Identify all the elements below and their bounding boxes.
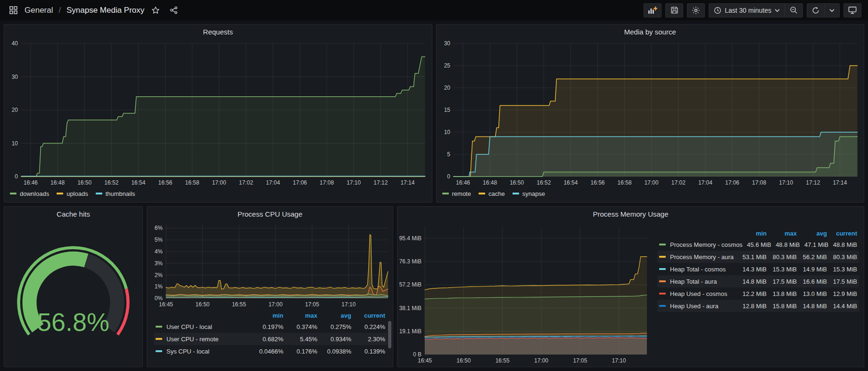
- series-color-swatch: [659, 280, 666, 282]
- legend-item-cache[interactable]: cache: [479, 190, 505, 197]
- legend-column-min[interactable]: min: [736, 230, 767, 237]
- legend-series-Process Memory - cosmos[interactable]: Process Memory - cosmos: [659, 241, 743, 248]
- x-tick-label: 17:12: [373, 179, 388, 186]
- time-picker-group: Last 30 minutes: [709, 3, 803, 17]
- legend-column-max[interactable]: max: [767, 230, 797, 237]
- refresh-button[interactable]: [807, 4, 824, 17]
- x-tick-label: 16:55: [232, 301, 246, 308]
- legend-value: 2.30%: [351, 336, 385, 343]
- legend-value: 13.0 MiB: [797, 290, 827, 297]
- legend-column-avg[interactable]: avg: [797, 230, 827, 237]
- legend-column-current[interactable]: current: [827, 230, 857, 237]
- legend-row: Heap Total - aura14.8 MiB17.5 MiB16.6 Mi…: [657, 275, 859, 287]
- requests-chart[interactable]: 16:4616:4816:5016:5216:5416:5616:5817:00…: [4, 39, 432, 189]
- series-fill: [454, 132, 858, 177]
- zoom-out-button[interactable]: [785, 4, 802, 17]
- panel-title[interactable]: Media by source: [437, 25, 864, 39]
- dashboard-title: Synapse Media Proxy: [66, 6, 144, 15]
- y-tick-label: 95.4 MiB: [399, 235, 422, 242]
- panel-title[interactable]: Cache hits: [4, 207, 142, 221]
- legend-column-max[interactable]: max: [283, 312, 317, 319]
- series-label: cache: [488, 190, 505, 197]
- panel-title[interactable]: Process CPU Usage: [147, 207, 393, 221]
- x-tick-label: 17:14: [400, 179, 414, 186]
- series-color-swatch: [156, 338, 162, 340]
- process-memory-chart[interactable]: 16:4516:5016:5517:0017:0517:100 B19.1 Mi…: [397, 221, 651, 367]
- legend-header-row: minmaxavgcurrent: [154, 311, 387, 320]
- x-tick-label: 17:10: [779, 179, 793, 186]
- time-picker-button[interactable]: Last 30 minutes: [709, 4, 785, 17]
- legend-column-min[interactable]: min: [249, 312, 283, 319]
- x-tick-label: 17:02: [239, 179, 253, 186]
- dashboards-grid-icon[interactable]: [7, 4, 20, 17]
- panel-title[interactable]: Requests: [4, 25, 432, 39]
- legend-value: 14.8 MiB: [736, 278, 767, 285]
- x-tick-label: 16:46: [455, 179, 470, 186]
- cache-hits-gauge: 56.8%: [4, 224, 142, 364]
- legend-value: 15.3 MiB: [767, 266, 797, 273]
- series-fill: [21, 57, 425, 177]
- legend-row: Heap Used - cosmos12.2 MiB13.8 MiB13.0 M…: [657, 287, 859, 300]
- series-fill: [166, 235, 388, 298]
- clock-icon: [714, 7, 721, 14]
- process-cpu-chart[interactable]: 16:4516:5016:5517:0017:0517:100%1%2%3%4%…: [147, 221, 393, 310]
- legend-value: 15.3 MiB: [827, 266, 857, 273]
- legend-series-Heap Used - cosmos[interactable]: Heap Used - cosmos: [659, 290, 736, 297]
- breadcrumb-folder[interactable]: General: [25, 6, 53, 15]
- legend-value: 0.682%: [249, 336, 283, 343]
- legend-item-remote[interactable]: remote: [442, 190, 471, 197]
- share-icon[interactable]: [167, 4, 180, 17]
- refresh-interval-dropdown[interactable]: [824, 4, 839, 17]
- legend-value: 14.8 MiB: [797, 303, 827, 310]
- legend-column-avg[interactable]: avg: [317, 312, 351, 319]
- legend-item-downloads[interactable]: downloads: [10, 190, 49, 197]
- y-tick-label: 40: [12, 40, 18, 47]
- y-tick-label: 30: [12, 74, 18, 80]
- legend-series-User CPU - remote[interactable]: User CPU - remote: [156, 336, 249, 343]
- series-color-swatch: [659, 305, 666, 307]
- x-tick-label: 16:50: [456, 357, 471, 364]
- series-color-swatch: [479, 193, 485, 194]
- series-fill: [425, 337, 647, 354]
- memory-legend-table: minmaxavgcurrentProcess Memory - cosmos4…: [651, 228, 864, 367]
- legend-value: 14.4 MiB: [827, 303, 857, 310]
- star-icon[interactable]: [149, 4, 162, 17]
- legend-series-Heap Total - aura[interactable]: Heap Total - aura: [659, 278, 736, 285]
- legend-series-Sys CPU - local[interactable]: Sys CPU - local: [156, 348, 249, 355]
- y-tick-label: 38.1 MiB: [399, 305, 422, 312]
- legend-value: 17.5 MiB: [827, 278, 857, 285]
- y-tick-label: 6%: [155, 225, 163, 231]
- cycle-view-mode-button[interactable]: [843, 3, 861, 17]
- y-tick-label: 15: [444, 107, 450, 113]
- top-navbar: General / Synapse Media Proxy: [0, 0, 868, 20]
- series-color-swatch: [96, 193, 102, 194]
- requests-legend: downloadsuploadsthumbnails: [4, 189, 432, 202]
- panel-title[interactable]: Process Memory Usage: [397, 207, 864, 221]
- legend-series-Heap Total - cosmos[interactable]: Heap Total - cosmos: [659, 266, 736, 273]
- x-tick-label: 16:52: [104, 179, 118, 186]
- media-by-source-chart[interactable]: 16:4616:4816:5016:5216:5416:5616:5817:00…: [437, 39, 864, 189]
- gauge-value-text: 56.8%: [37, 307, 109, 336]
- add-panel-button[interactable]: [644, 3, 661, 17]
- x-tick-label: 17:10: [347, 179, 361, 186]
- legend-value: 16.6 MiB: [797, 278, 827, 285]
- legend-series-User CPU - local[interactable]: User CPU - local: [156, 323, 249, 330]
- y-tick-label: 0: [447, 173, 450, 180]
- dashboard-grid: Requests 16:4616:4816:5016:5216:5416:561…: [0, 20, 868, 371]
- legend-item-thumbnails[interactable]: thumbnails: [96, 190, 135, 197]
- legend-item-uploads[interactable]: uploads: [57, 190, 88, 197]
- legend-series-Process Memory - aura[interactable]: Process Memory - aura: [659, 253, 736, 261]
- panel-cache-hits: Cache hits 56.8%: [4, 206, 143, 367]
- legend-scrollbar[interactable]: [388, 321, 391, 348]
- save-dashboard-button[interactable]: [665, 3, 683, 17]
- x-tick-label: 17:02: [671, 179, 685, 186]
- legend-series-Heap Used - aura[interactable]: Heap Used - aura: [659, 303, 736, 310]
- legend-row: User CPU - local0.197%0.374%0.275%0.224%: [154, 320, 387, 333]
- legend-item-synapse[interactable]: synapse: [513, 190, 545, 197]
- y-tick-label: 1%: [155, 283, 163, 290]
- y-tick-label: 0: [15, 173, 18, 180]
- legend-column-current[interactable]: current: [351, 312, 385, 319]
- time-range-label: Last 30 minutes: [725, 7, 771, 14]
- settings-gear-icon[interactable]: [687, 3, 705, 17]
- x-tick-label: 17:06: [293, 179, 307, 186]
